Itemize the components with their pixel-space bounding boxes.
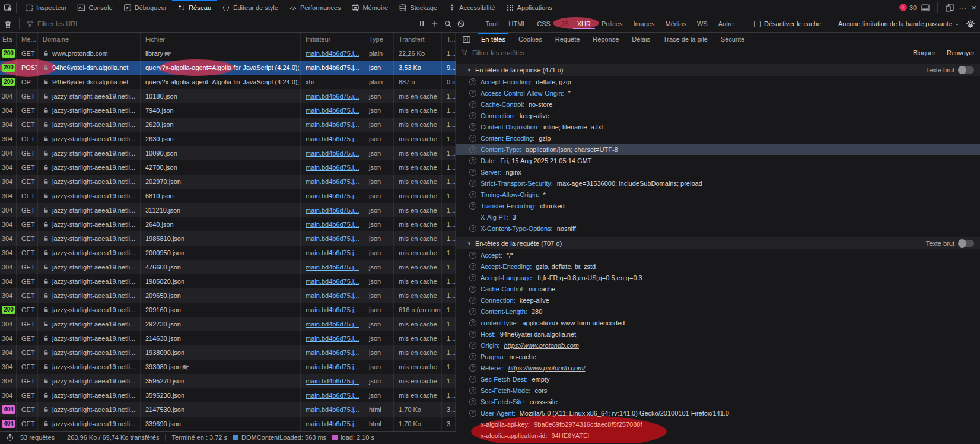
details-tab-en-tetes[interactable]: En-têtes (475, 33, 512, 46)
clear-requests-icon[interactable] (4, 20, 12, 28)
request-row[interactable]: 304GETjazzy-starlight-aeea19.netli...311… (0, 203, 456, 217)
filter-tout[interactable]: Tout (481, 18, 502, 29)
filter-polices[interactable]: Polices (597, 18, 626, 29)
request-row[interactable]: 304GETjazzy-starlight-aeea19.netli...101… (0, 89, 456, 103)
header-row[interactable]: ?Sec-Fetch-Site:cross-site (456, 396, 980, 407)
help-icon[interactable]: ? (469, 387, 476, 394)
raw-text-toggle[interactable] (959, 66, 974, 74)
help-icon[interactable]: ? (469, 146, 476, 153)
help-icon[interactable]: ? (469, 398, 476, 405)
help-icon[interactable]: ? (469, 331, 476, 338)
raw-text-toggle[interactable] (959, 240, 974, 247)
block-button[interactable]: Bloquer (908, 49, 941, 56)
filter-medias[interactable]: Médias (661, 18, 690, 29)
tab-stockage[interactable]: Stockage (393, 0, 443, 15)
header-row[interactable]: ?Server:nginx (456, 166, 980, 177)
column-header[interactable]: Transfert (394, 33, 442, 46)
filter-ws[interactable]: WS (693, 18, 712, 29)
initiator-link[interactable]: main.bd4b6d75.j... (306, 150, 359, 157)
initiator-link[interactable]: main.bd4b6d75.j... (306, 235, 359, 242)
column-header[interactable]: T... (442, 33, 456, 46)
header-row[interactable]: ?Sec-Fetch-Dest:empty (456, 373, 980, 385)
header-row[interactable]: ?Accept-Encoding:deflate, gzip (456, 76, 980, 87)
initiator-link[interactable]: main.bd4b6d75.j... (306, 164, 359, 171)
header-row[interactable]: ?Date:Fri, 15 Aug 2025 21:05:14 GMT (456, 155, 980, 166)
request-row[interactable]: 304GETjazzy-starlight-aeea19.netli...427… (0, 160, 456, 175)
header-row[interactable]: ?Connection:keep-alive (456, 110, 980, 121)
headers-filter-input[interactable] (472, 49, 908, 56)
tab-inspecteur[interactable]: Inspecteur (20, 0, 72, 15)
header-row[interactable]: ?content-type:application/x-www-form-url… (456, 317, 980, 328)
search-icon[interactable] (444, 20, 452, 28)
tab-accessibilite[interactable]: Accessibilité (443, 0, 501, 15)
element-picker-icon[interactable] (4, 3, 13, 12)
request-row[interactable]: 404GETjazzy-starlight-aeea19.netli...214… (0, 402, 456, 417)
help-icon[interactable]: ? (469, 286, 476, 293)
details-tab-trace-de-la-pile[interactable]: Trace de la pile (657, 33, 714, 46)
details-tab-reponse[interactable]: Réponse (586, 33, 625, 46)
error-count-button[interactable]: ! 30 (899, 4, 917, 11)
header-row[interactable]: ?Referer:https://www.protondb.com/ (456, 362, 980, 373)
initiator-link[interactable]: main.bd4b6d75.j... (306, 107, 359, 114)
header-row[interactable]: ?Cache-Control:no-cache (456, 283, 980, 294)
header-row[interactable]: ?Content-Encoding:gzip (456, 132, 980, 144)
header-row[interactable]: ?Access-Control-Allow-Origin:* (456, 87, 980, 99)
request-row[interactable]: 304GETjazzy-starlight-aeea19.netli...681… (0, 189, 456, 203)
initiator-link[interactable]: main.bd4b6d75.j... (306, 64, 359, 71)
new-request-icon[interactable] (431, 20, 439, 28)
disable-cache-checkbox[interactable]: Désactiver le cache (754, 20, 821, 27)
header-row[interactable]: ?Content-Type:application/json; charset=… (456, 144, 980, 155)
column-header[interactable]: Éta (0, 33, 17, 46)
header-row[interactable]: x-algolia-application-id:94HE6YATEI (456, 430, 980, 441)
initiator-link[interactable]: main.bd4b6d75.j... (306, 292, 359, 299)
request-row[interactable]: 304GETjazzy-starlight-aeea19.netli...262… (0, 118, 456, 132)
help-icon[interactable]: ? (469, 308, 476, 315)
initiator-link[interactable]: main.bd4b6d75.j... (306, 278, 359, 285)
help-icon[interactable]: ? (469, 157, 476, 164)
initiator-link[interactable]: main.bd4b6d75.j... (306, 306, 359, 313)
column-header[interactable]: Fichier (141, 33, 301, 46)
separate-window-icon[interactable] (945, 3, 954, 12)
header-row[interactable]: ?Content-Disposition:inline; filename=a.… (456, 121, 980, 132)
initiator-link[interactable]: main.bd4b6d75.j... (306, 392, 359, 399)
help-icon[interactable]: ? (469, 319, 476, 326)
url-filter-input[interactable] (37, 20, 358, 27)
details-tab-cookies[interactable]: Cookies (512, 33, 549, 46)
initiator-link[interactable]: main.bd4b6d75.j... (306, 349, 359, 356)
request-row[interactable]: 304GETjazzy-starlight-aeea19.netli...193… (0, 345, 456, 360)
help-icon[interactable]: ? (469, 135, 476, 142)
help-icon[interactable]: ? (469, 78, 476, 85)
settings-gear-icon[interactable] (966, 19, 975, 28)
initiator-link[interactable]: main.bd4b6d75.j... (306, 221, 359, 228)
headers-section-header[interactable]: ▼En-têtes de la requête (707 o)Texte bru… (456, 237, 980, 249)
initiator-link[interactable]: main.bd4b6d75.j... (306, 321, 359, 328)
help-icon[interactable]: ? (469, 342, 476, 349)
headers-section-header[interactable]: ▼En-têtes de la réponse (471 o)Texte bru… (456, 64, 980, 76)
request-row[interactable]: 304GETjazzy-starlight-aeea19.netli...198… (0, 231, 456, 246)
initiator-link[interactable]: main.bd4b6d75.j... (306, 178, 359, 185)
initiator-link[interactable]: main.bd4b6d75.j... (306, 264, 359, 271)
tab-console[interactable]: Console (72, 0, 117, 15)
tab-reseau[interactable]: Réseau (172, 0, 217, 15)
tab-memoire[interactable]: Mémoire (346, 0, 393, 15)
help-icon[interactable]: ? (469, 112, 476, 119)
initiator-link[interactable]: main.bd4b6d75.j... (306, 207, 359, 214)
help-icon[interactable]: ? (469, 191, 476, 198)
filter-autre[interactable]: Autre (714, 18, 738, 29)
details-tab-requete[interactable]: Requête (549, 33, 587, 46)
initiator-link[interactable]: main.bd4b6d75.j... (306, 50, 359, 57)
pause-requests-icon[interactable] (418, 20, 426, 28)
header-row[interactable]: ?Connection:keep-alive (456, 294, 980, 306)
initiator-link[interactable]: main.bd4b6d75.j... (306, 420, 359, 427)
header-row[interactable]: ?Accept-Encoding:gzip, deflate, br, zstd (456, 261, 980, 272)
dock-bottom-icon[interactable] (921, 3, 930, 12)
header-row[interactable]: ?Host:94he6yatei-dsn.algolia.net (456, 328, 980, 340)
header-row[interactable]: x-algolia-api-key:9ba0e69fb2974316cdaec8… (456, 418, 980, 430)
close-icon[interactable]: × (971, 3, 976, 12)
help-icon[interactable]: ? (469, 274, 476, 281)
header-row[interactable]: ?User-Agent:Mozilla/5.0 (X11; Linux x86_… (456, 407, 980, 418)
initiator-link[interactable]: main.bd4b6d75.j... (306, 135, 359, 142)
requests-count[interactable]: 53 requêtes (20, 434, 55, 441)
filter-xhr[interactable]: XHR (573, 18, 595, 29)
header-row[interactable]: ?Accept:*/* (456, 249, 980, 261)
